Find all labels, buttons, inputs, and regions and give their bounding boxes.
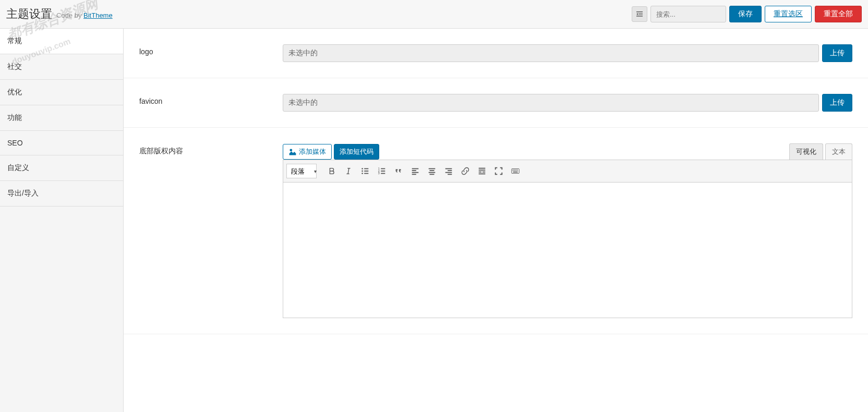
field-label-footer: 底部版权内容 (139, 143, 283, 156)
editor-top-row: 添加媒体 添加短代码 可视化 文本 (283, 143, 852, 160)
quote-icon (394, 166, 403, 176)
code-by-link[interactable]: BitTheme (83, 11, 113, 19)
svg-rect-26 (445, 172, 452, 173)
align-right-button[interactable] (441, 163, 456, 179)
link-icon (461, 166, 470, 176)
align-left-icon (411, 166, 420, 176)
svg-rect-13 (381, 168, 385, 169)
content: logo 上传 favicon 上传 底部版权内容 添加媒体 (124, 29, 868, 412)
align-center-button[interactable] (424, 163, 440, 179)
svg-rect-36 (515, 169, 516, 171)
favicon-input[interactable] (283, 94, 819, 112)
align-right-icon (444, 166, 453, 176)
reset-section-button[interactable]: 重置选区 (765, 6, 812, 22)
add-media-button[interactable]: 添加媒体 (283, 144, 332, 160)
readmore-button[interactable] (474, 163, 490, 179)
svg-rect-21 (430, 170, 435, 171)
logo-upload-button[interactable]: 上传 (822, 44, 852, 62)
svg-point-6 (361, 173, 363, 174)
svg-rect-32 (479, 174, 486, 175)
italic-icon (344, 166, 353, 176)
field-row-logo: logo 上传 (124, 29, 868, 78)
svg-rect-31 (483, 172, 485, 173)
numbered-list-button[interactable]: 123 (374, 163, 390, 179)
sidebar: 常规 社交 优化 功能 SEO 自定义 导出/导入 (0, 29, 124, 412)
page-title: 主题设置 (6, 6, 52, 22)
toolbar-toggle-button[interactable] (508, 163, 523, 179)
svg-rect-1 (638, 14, 643, 15)
media-icon (288, 148, 297, 156)
header: 主题设置 Code by BitTheme 保存 重置选区 重置全部 (0, 0, 868, 29)
favicon-upload-button[interactable]: 上传 (822, 94, 852, 112)
sidebar-item-function[interactable]: 功能 (0, 105, 123, 131)
bullet-list-button[interactable] (357, 163, 373, 179)
svg-rect-7 (364, 168, 368, 169)
fullscreen-icon (494, 166, 503, 176)
svg-rect-16 (412, 168, 419, 169)
save-button[interactable]: 保存 (729, 6, 762, 22)
svg-rect-14 (381, 171, 385, 172)
field-label-favicon: favicon (139, 94, 283, 105)
field-control-favicon: 上传 (283, 94, 852, 112)
field-control-logo: 上传 (283, 44, 852, 62)
blockquote-button[interactable] (391, 163, 406, 179)
bold-icon (327, 166, 336, 176)
numbered-list-icon: 123 (377, 166, 387, 176)
add-shortcode-button[interactable]: 添加短代码 (334, 144, 379, 160)
field-label-logo: logo (139, 44, 283, 56)
fullscreen-button[interactable] (491, 163, 507, 179)
format-select[interactable]: 段落 (286, 164, 317, 178)
svg-rect-20 (429, 168, 436, 169)
header-left: 主题设置 Code by BitTheme (6, 6, 113, 22)
svg-point-3 (290, 149, 292, 151)
bold-button[interactable] (324, 163, 340, 179)
code-by: Code by BitTheme (56, 11, 113, 19)
sidebar-item-seo[interactable]: SEO (0, 131, 123, 155)
logo-input[interactable] (283, 44, 819, 62)
search-input[interactable] (650, 6, 726, 22)
svg-rect-33 (512, 169, 519, 174)
align-center-icon (427, 166, 437, 176)
svg-rect-15 (381, 173, 385, 174)
field-row-favicon: favicon 上传 (124, 78, 868, 128)
svg-rect-2 (636, 16, 643, 17)
svg-rect-38 (513, 172, 518, 173)
svg-rect-9 (364, 173, 368, 174)
svg-rect-0 (636, 11, 643, 13)
format-select-wrapper: 段落 (286, 164, 320, 178)
sidebar-item-custom[interactable]: 自定义 (0, 155, 123, 181)
add-media-label: 添加媒体 (299, 147, 326, 156)
collapse-button[interactable] (632, 6, 647, 22)
editor-area[interactable] (283, 183, 852, 318)
svg-rect-25 (448, 170, 452, 171)
code-by-text: Code by (56, 11, 81, 19)
italic-button[interactable] (341, 163, 356, 179)
align-left-button[interactable] (407, 163, 423, 179)
svg-rect-22 (429, 172, 436, 173)
header-right: 保存 重置选区 重置全部 (632, 6, 862, 22)
link-button[interactable] (457, 163, 473, 179)
sidebar-item-general[interactable]: 常规 (0, 29, 123, 54)
editor-toolbar: 段落 123 (283, 160, 852, 183)
text-tab[interactable]: 文本 (825, 143, 852, 160)
editor-tabs: 可视化 文本 (789, 143, 852, 160)
svg-rect-8 (364, 171, 368, 172)
svg-rect-24 (445, 168, 452, 169)
editor-wrapper: 添加媒体 添加短代码 可视化 文本 段落 (283, 143, 852, 318)
reset-all-button[interactable]: 重置全部 (815, 6, 862, 22)
bullet-list-icon (360, 166, 370, 176)
svg-rect-19 (412, 174, 416, 175)
svg-rect-30 (479, 172, 481, 173)
svg-rect-18 (412, 172, 419, 173)
sidebar-item-social[interactable]: 社交 (0, 54, 123, 80)
svg-rect-34 (513, 169, 514, 171)
svg-rect-37 (517, 169, 518, 171)
sidebar-item-export-import[interactable]: 导出/导入 (0, 181, 123, 207)
svg-point-5 (361, 171, 363, 172)
indent-icon (635, 10, 644, 18)
svg-point-4 (361, 168, 363, 169)
svg-rect-23 (430, 174, 435, 175)
visual-tab[interactable]: 可视化 (789, 143, 823, 160)
sidebar-item-optimize[interactable]: 优化 (0, 80, 123, 105)
main: 常规 社交 优化 功能 SEO 自定义 导出/导入 logo 上传 favico… (0, 29, 868, 412)
